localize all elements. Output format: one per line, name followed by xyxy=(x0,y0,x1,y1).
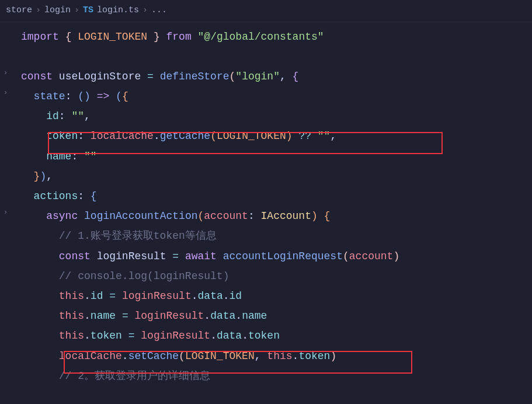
this: this xyxy=(59,330,84,342)
code-line[interactable]: const loginResult = await accountLoginRe… xyxy=(5,246,532,266)
property: state xyxy=(34,90,65,102)
breadcrumb[interactable]: store › login › TS login.ts › ... xyxy=(0,0,532,22)
code-line[interactable]: › async loginAccountAction(account: IAcc… xyxy=(5,206,532,226)
variable: localCache xyxy=(91,130,154,142)
parameter: account xyxy=(204,210,248,222)
variable: loginResult xyxy=(97,250,166,262)
const-token: LOGIN_TOKEN xyxy=(78,31,147,43)
typescript-icon: TS xyxy=(83,2,93,19)
const: LOGIN_TOKEN xyxy=(217,130,286,142)
breadcrumb-file[interactable]: login.ts xyxy=(97,2,139,19)
property: data xyxy=(198,290,223,302)
const: LOGIN_TOKEN xyxy=(185,350,255,362)
fold-icon[interactable]: › xyxy=(4,86,8,100)
property: data xyxy=(210,310,235,322)
function: accountLoginRequest xyxy=(223,250,343,262)
code-line[interactable]: token: localCache.getCache(LOGIN_TOKEN) … xyxy=(5,126,532,146)
variable: loginResult xyxy=(135,310,204,322)
brace: { xyxy=(65,31,72,43)
code-line[interactable]: localCache.setCache(LOGIN_TOKEN, this.to… xyxy=(5,346,532,366)
code-editor[interactable]: import { LOGIN_TOKEN } from "@/global/co… xyxy=(0,22,532,386)
operator: = xyxy=(147,71,154,82)
code-line[interactable]: name: "" xyxy=(5,147,532,166)
property: id xyxy=(91,290,103,302)
code-line[interactable]: // 1.账号登录获取token等信息 xyxy=(5,226,532,246)
property: name xyxy=(46,151,71,162)
variable: loginResult xyxy=(141,330,210,342)
operator: ?? xyxy=(298,130,311,142)
string: "" xyxy=(318,130,331,142)
keyword-from: from xyxy=(166,31,192,43)
property: token xyxy=(91,330,122,342)
property: actions xyxy=(34,190,78,202)
chevron-right-icon: › xyxy=(74,2,79,19)
code-line[interactable]: › state: () => ({ xyxy=(5,86,532,106)
keyword-const: const xyxy=(21,71,53,82)
string: "@/global/constants" xyxy=(198,31,324,43)
chevron-right-icon: › xyxy=(142,2,148,19)
this: this xyxy=(59,310,84,322)
property: data xyxy=(217,330,242,342)
code-line[interactable]: }), xyxy=(5,166,532,186)
variable: loginResult xyxy=(122,290,192,302)
code-line[interactable]: this.name = loginResult.data.name xyxy=(5,306,532,326)
string: "" xyxy=(71,110,84,122)
code-line[interactable]: import { LOGIN_TOKEN } from "@/global/co… xyxy=(5,27,532,47)
keyword: const xyxy=(59,250,91,262)
string: "" xyxy=(84,151,97,162)
string: "login" xyxy=(235,71,280,82)
code-line[interactable]: actions: { xyxy=(5,186,532,206)
chevron-right-icon: › xyxy=(36,2,41,19)
fold-icon[interactable]: › xyxy=(4,67,8,80)
breadcrumb-symbol[interactable]: ... xyxy=(151,2,167,19)
identifier: useLoginStore xyxy=(59,71,141,82)
property: id xyxy=(46,110,59,122)
type: IAccount xyxy=(261,210,311,222)
property: name xyxy=(91,310,116,322)
code-line[interactable]: ›const useLoginStore = defineStore("logi… xyxy=(5,67,532,86)
code-line[interactable]: this.id = loginResult.data.id xyxy=(5,286,532,306)
code-line[interactable]: this.token = loginResult.data.token xyxy=(5,326,532,346)
breadcrumb-login[interactable]: login xyxy=(44,2,71,19)
comment: // console.log(loginResult) xyxy=(59,270,230,282)
property: token xyxy=(298,350,330,362)
function-call: defineStore xyxy=(160,71,230,82)
code-line[interactable]: // console.log(loginResult) xyxy=(5,266,532,286)
brace: } xyxy=(154,31,160,43)
comment: // 1.账号登录获取token等信息 xyxy=(59,230,217,242)
arg: account xyxy=(349,250,394,262)
method: getCache xyxy=(160,130,210,142)
comment: // 2。获取登录用户的详细信息 xyxy=(59,370,210,382)
breadcrumb-store[interactable]: store xyxy=(6,2,32,19)
property: token xyxy=(248,330,280,342)
method: loginAccountAction xyxy=(84,210,197,222)
this: this xyxy=(267,350,292,362)
property: id xyxy=(230,290,242,302)
keyword: await xyxy=(185,250,217,262)
property: token xyxy=(46,130,78,142)
property: name xyxy=(242,310,267,322)
code-line[interactable]: // 2。获取登录用户的详细信息 xyxy=(5,366,532,386)
keyword-import: import xyxy=(21,31,59,43)
code-line[interactable] xyxy=(5,47,532,67)
keyword: async xyxy=(46,210,78,222)
code-line[interactable]: id: "", xyxy=(5,106,532,126)
variable: localCache xyxy=(59,350,122,362)
method: setCache xyxy=(128,350,179,362)
this: this xyxy=(59,290,84,302)
fold-icon[interactable]: › xyxy=(4,206,8,220)
